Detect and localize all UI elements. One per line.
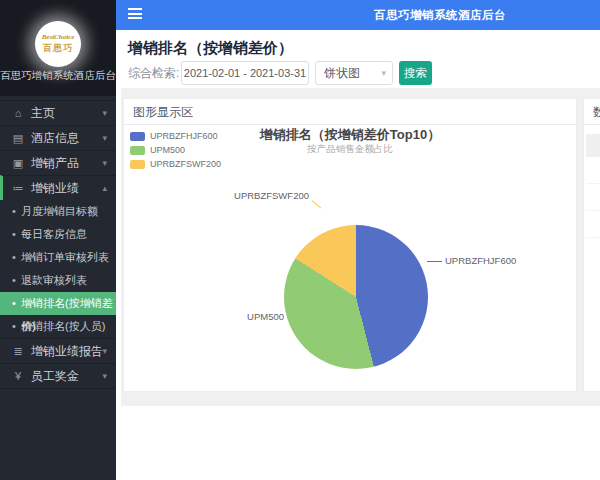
brand-logo-text-en: BestChoice — [42, 33, 75, 41]
legend-item[interactable]: UPRBZFSWF200 — [130, 159, 221, 169]
sidebar-item-performance-report[interactable]: ≣ 增销业绩报告 — [0, 338, 116, 363]
sidebar-subtitle: 百思巧增销系统酒店后台 — [0, 69, 116, 83]
brand-logo-text-cn: 百思巧 — [43, 42, 73, 55]
pie-label-upm500: UPM500 — [219, 311, 284, 322]
sidebar-subitem-ranking-by-person[interactable]: 增销排名(按人员) — [0, 315, 116, 338]
sidebar-logo-section: BestChoice 百思巧 百思巧增销系统酒店后台 — [0, 0, 116, 96]
sidebar-submenu: 月度增销目标额 每日客房信息 增销订单审核列表 退款审核列表 增销排名(按增销差… — [0, 200, 116, 338]
sidebar-item-employee-bonus[interactable]: ¥ 员工奖金 — [0, 363, 116, 388]
report-icon: ≣ — [11, 339, 25, 364]
chart-type-selected-value: 饼状图 — [324, 66, 360, 80]
chart-title: 增销排名（按增销差价Top10） — [124, 126, 576, 144]
sidebar-subitem-monthly-target[interactable]: 月度增销目标额 — [0, 200, 116, 223]
sidebar-item-label: 增销业绩报告 — [31, 339, 103, 364]
performance-icon: ≔ — [11, 176, 25, 201]
sidebar-item-label: 增销业绩 — [31, 176, 79, 201]
page-title: 增销排名（按增销差价） — [128, 39, 293, 58]
pie-leader-line — [427, 261, 442, 262]
sidebar-item-label: 酒店信息 — [31, 126, 79, 151]
top-header: 百思巧增销系统酒店后台 — [116, 0, 600, 30]
chevron-down-icon — [102, 126, 107, 151]
pie-chart[interactable] — [284, 225, 428, 369]
filter-label: 综合检索: — [128, 62, 179, 85]
sidebar-item-label: 主页 — [31, 101, 55, 126]
chart-type-select[interactable]: 饼状图 — [315, 61, 393, 85]
header-title: 百思巧增销系统酒店后台 — [374, 0, 506, 30]
data-table-header — [586, 134, 600, 157]
hotel-info-icon: ▤ — [11, 126, 25, 151]
sidebar-item-upsell-products[interactable]: ▣ 增销产品 — [0, 150, 116, 175]
sidebar: BestChoice 百思巧 百思巧增销系统酒店后台 ⌂ 主页 ▤ 酒店信息 ▣… — [0, 0, 116, 480]
data-panel-title: 数 — [584, 99, 600, 125]
sidebar-subitem-refund-review-list[interactable]: 退款审核列表 — [0, 269, 116, 292]
sidebar-item-label: 增销产品 — [31, 151, 79, 176]
sidebar-subitem-daily-room-info[interactable]: 每日客房信息 — [0, 223, 116, 246]
data-panel-body — [584, 125, 600, 391]
search-button[interactable]: 搜索 — [399, 61, 432, 85]
content-wrapper: 图形显示区 UPRBZFHJF600 UPM500 UPRBZFSWF200 — [121, 88, 600, 406]
sidebar-item-upsell-performance[interactable]: ≔ 增销业绩 — [0, 175, 116, 200]
pie-leader-line — [311, 200, 321, 208]
table-row — [586, 184, 600, 211]
table-row — [586, 211, 600, 238]
chevron-up-icon — [102, 176, 107, 201]
bonus-icon: ¥ — [11, 364, 25, 389]
home-icon: ⌂ — [11, 101, 25, 126]
legend-swatch-yellow — [130, 160, 145, 169]
sidebar-item-hotel-info[interactable]: ▤ 酒店信息 — [0, 125, 116, 150]
sidebar-item-home[interactable]: ⌂ 主页 — [0, 100, 116, 125]
date-range-input[interactable]: 2021-02-01 - 2021-03-31 — [181, 61, 309, 85]
pie-label-uprbzfswf200: UPRBZFSWF200 — [229, 190, 309, 201]
chevron-down-icon — [381, 62, 386, 84]
chart-area: UPRBZFHJF600 UPM500 UPRBZFSWF200 增销排名（按增… — [124, 125, 576, 391]
main-content: 增销排名（按增销差价） 综合检索: 2021-02-01 - 2021-03-3… — [116, 30, 600, 480]
chart-subtitle: 按产品销售金额占比 — [124, 143, 576, 156]
chevron-down-icon — [102, 101, 107, 126]
sidebar-menu: ⌂ 主页 ▤ 酒店信息 ▣ 增销产品 ≔ 增销业绩 月度增销目标额 — [0, 100, 116, 389]
chevron-down-icon — [102, 151, 107, 176]
table-row — [586, 157, 600, 184]
chart-panel: 图形显示区 UPRBZFHJF600 UPM500 UPRBZFSWF200 — [123, 98, 577, 392]
chart-panel-title: 图形显示区 — [124, 99, 576, 125]
chevron-down-icon — [102, 339, 107, 364]
data-panel: 数 — [583, 98, 600, 392]
sidebar-subitem-order-review-list[interactable]: 增销订单审核列表 — [0, 246, 116, 269]
sidebar-item-label: 员工奖金 — [31, 364, 79, 389]
product-icon: ▣ — [11, 151, 25, 176]
chevron-down-icon — [102, 364, 107, 389]
brand-logo: BestChoice 百思巧 — [35, 21, 81, 67]
app-window: BestChoice 百思巧 百思巧增销系统酒店后台 ⌂ 主页 ▤ 酒店信息 ▣… — [0, 0, 600, 480]
pie-label-uprbzfhjf600: UPRBZFHJF600 — [445, 255, 516, 266]
sidebar-subitem-ranking-by-price-diff[interactable]: 增销排名(按增销差价) — [0, 292, 116, 315]
hamburger-menu-icon[interactable] — [128, 8, 142, 21]
